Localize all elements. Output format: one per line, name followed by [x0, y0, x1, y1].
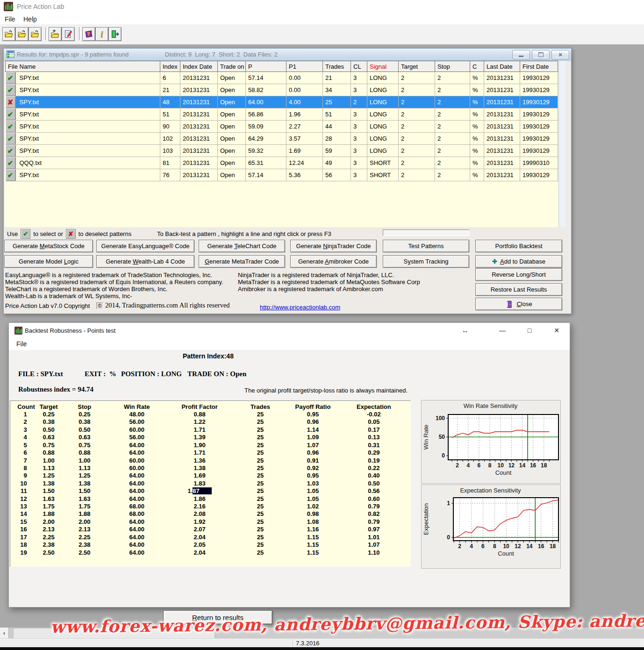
hint-select: to select or — [33, 230, 63, 237]
cell: 0.00 — [286, 72, 323, 84]
generate-metastock-code-button[interactable]: Generate MetaStock Code — [4, 240, 93, 252]
cell: 13 — [10, 503, 35, 510]
check-glyph: ✔ — [7, 110, 14, 119]
cell: 25 — [232, 534, 288, 541]
toolbar-notepad-edit-button[interactable] — [62, 27, 75, 41]
cell: 3 — [10, 426, 35, 434]
generate-amibroker-code-button[interactable]: Generate Amibroker Code — [290, 255, 377, 268]
dialog-menu-file[interactable]: File — [14, 339, 30, 349]
column-header-index-date[interactable]: Index Date — [180, 61, 218, 72]
test-patterns-button[interactable]: Test Patterns — [383, 240, 469, 252]
restore-last-results-button[interactable]: Restore Last Results — [475, 283, 562, 296]
button-label: Generate Model Logic — [19, 258, 79, 265]
cell: 1.25 — [63, 472, 107, 479]
close-button[interactable]: Close — [475, 298, 562, 310]
portfolio-backtest-button[interactable]: Portfolio Backtest — [475, 240, 562, 252]
system-tracking-button[interactable]: System Tracking — [383, 255, 469, 268]
cell: 60.00 — [107, 464, 167, 472]
dialog-minimize-button[interactable]: — — [496, 325, 509, 336]
add-to-database-button[interactable]: ✚Add to Database — [475, 255, 562, 268]
column-header-index[interactable]: Index — [160, 61, 180, 72]
table-row[interactable]: ✔QQQ.txt8120131231Open65.3112.24493SHORT… — [6, 157, 558, 169]
table-row[interactable]: ✔SPY.txt10320131231Open59.321.69593LONG2… — [6, 145, 558, 157]
restore-button[interactable] — [532, 50, 550, 59]
select-check-icon[interactable]: ✔ — [6, 108, 16, 120]
results-window-icon — [7, 50, 14, 58]
column-header-stop[interactable]: Stop — [435, 61, 470, 72]
column-header-first-date[interactable]: First Date — [520, 61, 558, 72]
results-scroll-strip[interactable] — [558, 61, 565, 227]
reverse-long-short-button[interactable]: Reverse Long/Short — [475, 268, 562, 281]
column-header-trades: Trades — [232, 403, 288, 411]
table-row[interactable]: ✔SPY.txt2120131231Open58.820.00343LONG22… — [6, 84, 558, 96]
cell: 64.00 — [246, 96, 286, 108]
column-header-target[interactable]: Target — [399, 61, 435, 72]
dialog-icon — [14, 327, 22, 335]
toolbar-open-folder-button[interactable] — [2, 27, 15, 41]
table-row[interactable]: ✘SPY.txt4820131231Open64.004.00252LONG22… — [6, 96, 558, 108]
generate-telechart-code-button[interactable]: Generate TeleChart Code — [199, 240, 285, 252]
toolbar-info-button[interactable]: i — [95, 27, 108, 41]
scroll-left-button[interactable]: ‹ — [0, 628, 9, 638]
select-check-icon[interactable]: ✔ — [6, 169, 16, 181]
dialog-maximize-button[interactable]: □ — [523, 325, 536, 336]
results-window-titlebar[interactable]: Results for: tmpdps.spr - 9 patterns fou… — [4, 49, 571, 61]
column-header-trades[interactable]: Trades — [323, 61, 351, 72]
cell: 2.16 — [167, 503, 232, 510]
generate-ninjatrader-code-button[interactable]: Generate NinjaTrader Code — [290, 240, 377, 252]
column-header-file-name[interactable]: File Name — [6, 61, 160, 72]
cell: % — [470, 157, 484, 169]
results-window: Results for: tmpdps.spr - 9 patterns fou… — [3, 48, 572, 314]
cell: 28 — [323, 133, 351, 145]
cell: 0.50 — [63, 426, 107, 434]
trademark-line: Amibroker is a registered trademark of A… — [238, 286, 383, 293]
column-header-cl[interactable]: CL — [351, 61, 367, 72]
column-header-trade-on[interactable]: Trade on — [218, 61, 246, 72]
table-row[interactable]: ✔SPY.txt7620131231Open57.145.36563SHORT2… — [6, 169, 558, 181]
column-header-signal[interactable]: Signal — [367, 61, 399, 72]
select-check-icon[interactable]: ✔ — [6, 157, 16, 169]
select-check-icon[interactable]: ✔ — [6, 72, 16, 84]
door-exit-icon — [505, 300, 514, 308]
toolbar-open-folder-button[interactable] — [29, 27, 42, 41]
robustness-table[interactable]: CountTargetStopWin RateProfit FactorTrad… — [10, 400, 411, 567]
generate-metatrader-code-button[interactable]: Generate MetaTrader Code — [199, 255, 285, 268]
menu-file[interactable]: File — [2, 14, 18, 24]
close-button[interactable]: ✕ — [551, 50, 569, 59]
column-header-c[interactable]: C — [470, 61, 484, 72]
minimize-button[interactable] — [512, 50, 530, 59]
deselect-x-icon[interactable]: ✘ — [6, 96, 16, 108]
cell: 2 — [435, 96, 470, 108]
toolbar-help-book-button[interactable]: ? — [82, 27, 95, 41]
select-check-icon[interactable]: ✔ — [6, 121, 16, 132]
app-menubar: File Help — [0, 13, 644, 24]
cell: 20131231 — [484, 108, 520, 121]
table-row[interactable]: ✔SPY.txt9020131231Open59.092.27443LONG22… — [6, 121, 558, 133]
column-header-p1[interactable]: P1 — [286, 61, 323, 72]
cell: 44 — [323, 121, 351, 133]
column-header-payoff-ratio: Payoff Ratio — [288, 403, 337, 411]
cell: 19930129 — [520, 72, 558, 84]
check-glyph: ✔ — [7, 171, 14, 179]
table-row[interactable]: ✔SPY.txt620131231Open57.140.00213LONG22%… — [6, 72, 558, 84]
robustness-row: 152.002.0064.001.92251.080.79 — [10, 518, 410, 526]
select-check-icon[interactable]: ✔ — [6, 84, 16, 96]
select-check-icon[interactable]: ✔ — [6, 145, 16, 157]
table-row[interactable]: ✔SPY.txt5120131231Open56.861.96513LONG22… — [6, 108, 558, 121]
toolbar-open-folder-button[interactable] — [15, 27, 29, 41]
column-header-p[interactable]: P — [246, 61, 286, 72]
table-row[interactable]: ✔SPY.txt10220131231Open64.293.57283LONG2… — [6, 133, 558, 145]
generate-model-logic-button[interactable]: Generate Model Logic — [4, 255, 93, 268]
generate-wealth-lab-4-code-button[interactable]: Generate Wealth-Lab 4 Code — [96, 255, 194, 268]
toolbar-exit-door-button[interactable] — [108, 27, 122, 41]
generate-easylanguage-code-button[interactable]: Generate EasyLanguage® Code — [96, 240, 194, 252]
cell: LONG — [367, 121, 399, 133]
dialog-close-button[interactable]: ✕ — [550, 325, 563, 336]
dialog-titlebar[interactable]: Backtest Robustness - Points test ↔ — □ … — [9, 323, 570, 338]
website-link[interactable]: http://www.priceactionlab.com — [260, 304, 340, 311]
column-header-last-date[interactable]: Last Date — [484, 61, 520, 72]
select-check-icon[interactable]: ✔ — [6, 133, 16, 144]
toolbar-folder-add-button[interactable] — [49, 27, 62, 41]
menu-help[interactable]: Help — [21, 14, 40, 24]
cell: 3 — [351, 157, 367, 169]
